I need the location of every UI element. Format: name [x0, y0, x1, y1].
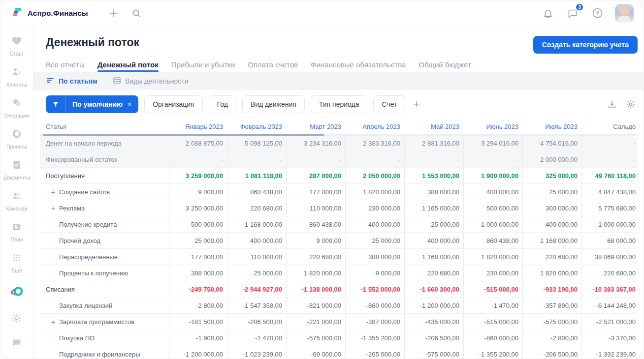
value-cell: -206 500,00 [522, 346, 581, 359]
avatar[interactable] [615, 4, 634, 23]
sidebar-item-team[interactable]: Команда [3, 190, 30, 211]
subtab-по-статьям[interactable]: По статьям [46, 76, 97, 86]
tab-оплата-счетов[interactable]: Оплата счетов [248, 60, 298, 72]
topbar: Аспро.Финансы 3 ? [0, 0, 644, 26]
column-header-month[interactable]: Июнь 2023 [463, 123, 522, 130]
value-cell: 220 680,00 [227, 200, 286, 216]
value-cell: -515 000,00 [463, 281, 522, 297]
value-cell: 220 680,00 [286, 249, 345, 265]
row-label-cell: +Покупка ПО [40, 330, 168, 346]
expand-icon[interactable]: + [50, 188, 57, 195]
value-cell: 1 168 000,00 [404, 249, 463, 265]
saldo-cell: -1 392 239,00 [581, 346, 638, 359]
row-label: Фиксированный остаток [46, 156, 117, 163]
sidebar-item-plan[interactable]: План [3, 221, 30, 242]
aspro-logo-icon[interactable] [10, 286, 23, 300]
column-header-saldo: Сальдо [581, 123, 638, 130]
row-label: Создание сайтов [59, 188, 110, 196]
filter-chip-год[interactable]: Год [209, 95, 236, 113]
horizontal-scrollbar[interactable] [40, 134, 638, 136]
tab-общий-бюджет[interactable]: Общий бюджет [419, 60, 471, 72]
column-header-month[interactable]: Февраль 2023 [227, 123, 286, 130]
value-cell: 3 259 000,00 [168, 168, 227, 183]
row-label-cell: Денег на начало периода [40, 135, 168, 151]
saldo-cell: -3 370,00 [581, 330, 638, 346]
sidebar-items: СтартКлиентыОперацииПроектыДокументыКома… [3, 35, 30, 283]
sidebar-item-operations[interactable]: Операции [3, 97, 30, 119]
column-header-month[interactable]: Январь 2023 [168, 123, 227, 130]
sidebar-item-start[interactable]: Старт [3, 35, 30, 57]
value-cell: 9 000,00 [168, 184, 227, 200]
database-icon [112, 76, 121, 86]
sidebar-item-label: Ещё [11, 268, 22, 273]
value-cell: -1 900,00 [168, 330, 227, 346]
filter-chip-счет[interactable]: Счет [373, 95, 405, 113]
add-filter-button[interactable]: + [413, 98, 419, 111]
value-cell: 1 900 000,00 [463, 168, 522, 183]
add-button[interactable] [107, 6, 121, 20]
value-cell: 860 438,00 [286, 216, 345, 232]
expand-icon[interactable]: + [50, 205, 57, 211]
tab-все-отчёты[interactable]: Все отчёты [46, 60, 85, 72]
download-icon[interactable] [607, 99, 617, 109]
sidebar-item-more[interactable]: Ещё [3, 252, 30, 273]
value-cell: 230 000,00 [345, 200, 404, 216]
tab-финансовые-обязательства[interactable]: Финансовые обязательства [311, 60, 406, 72]
scrollbar-thumb[interactable] [43, 134, 324, 136]
saldo-cell: 1 000 000,00 [581, 216, 638, 232]
value-cell: 1 820 000,00 [345, 184, 404, 200]
sidebar-item-clients[interactable]: Клиенты [3, 66, 30, 88]
filter-chip-тип-периода[interactable]: Тип периода [311, 95, 368, 113]
row-label: Проценты к получению [59, 269, 128, 277]
tab-прибыли-и-убытки[interactable]: Прибыли и убытки [171, 60, 235, 72]
dots-grid-icon [11, 252, 23, 266]
filter-clear-icon[interactable]: × [128, 100, 138, 108]
table-row: +Покупка ПО-1 900,00-1 470,00-575 000,00… [40, 330, 638, 346]
filter-chip-вид-движения[interactable]: Вид движения [242, 95, 305, 113]
value-cell: 1 168 000,00 [227, 216, 286, 232]
value-cell: 400 000,00 [463, 184, 522, 200]
search-icon[interactable] [129, 6, 143, 20]
brand-name: Аспро.Финансы [28, 9, 88, 17]
table-settings-icon[interactable] [626, 99, 636, 109]
bell-icon[interactable] [541, 6, 555, 20]
settings-icon[interactable] [10, 311, 24, 325]
row-label-cell: +Получение кредита [40, 216, 168, 232]
board-icon [11, 221, 23, 235]
row-label: Нераспределенные [59, 253, 118, 261]
brand[interactable]: Аспро.Финансы [11, 6, 88, 20]
column-header-month[interactable]: Апрель 2023 [345, 123, 404, 130]
subtab-виды-деятельности[interactable]: Виды деятельности [112, 76, 189, 86]
filter-default-chip[interactable]: По умолчанию× [46, 95, 138, 113]
create-category-button[interactable]: Создать категорию учета [533, 36, 638, 54]
value-cell: -2 944 927,00 [227, 281, 286, 297]
tab-денежный-поток[interactable]: Денежный поток [97, 60, 159, 72]
main-content: Денежный поток Создать категорию учета В… [33, 26, 644, 359]
sidebar-item-projects[interactable]: Проекты [3, 128, 30, 150]
value-cell: 287 000,00 [286, 168, 345, 183]
expand-icon[interactable]: + [50, 318, 57, 325]
value-cell: -435 000,00 [404, 314, 463, 329]
feedback-chat-icon[interactable] [10, 336, 24, 350]
value-cell: 1 820 000,00 [522, 265, 581, 281]
row-label: Прочий доход [59, 237, 100, 244]
column-header-month[interactable]: Март 2023 [286, 123, 345, 130]
chat-notifications[interactable]: 3 [566, 6, 580, 20]
filter-chip-организация[interactable]: Организация [144, 95, 202, 113]
value-cell: - [286, 151, 345, 167]
column-header-month[interactable]: Май 2023 [404, 123, 463, 130]
value-cell: -860 000,00 [345, 298, 404, 313]
value-cell: -69 000,00 [286, 346, 345, 359]
saldo-cell: 68 000,00 [581, 233, 638, 248]
sidebar: СтартКлиентыОперацииПроектыДокументыКома… [0, 26, 33, 359]
help-icon[interactable]: ? [590, 6, 604, 20]
value-cell: - [345, 151, 404, 167]
value-cell: 25 000,00 [404, 216, 463, 232]
row-label: Зарплата программистов [59, 318, 134, 326]
sidebar-item-documents[interactable]: Документы [3, 159, 30, 180]
column-header-month[interactable]: Июль 2023 [522, 123, 581, 130]
value-cell: 500 000,00 [168, 216, 227, 232]
funnel-icon[interactable] [46, 95, 65, 113]
value-cell: 220 680,00 [404, 265, 463, 281]
table-row: +Проценты к получению388 000,0025 000,00… [40, 265, 638, 281]
